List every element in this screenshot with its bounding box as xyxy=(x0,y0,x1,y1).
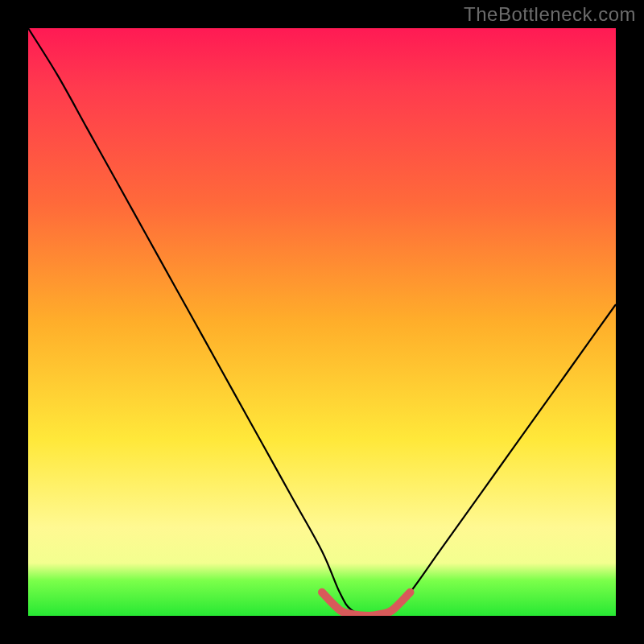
plot-area xyxy=(28,28,616,616)
chart-frame: TheBottleneck.com xyxy=(0,0,644,644)
optimal-band xyxy=(322,592,411,616)
curve-layer xyxy=(28,28,616,616)
bottleneck-curve xyxy=(28,28,616,616)
watermark-text: TheBottleneck.com xyxy=(464,3,636,26)
